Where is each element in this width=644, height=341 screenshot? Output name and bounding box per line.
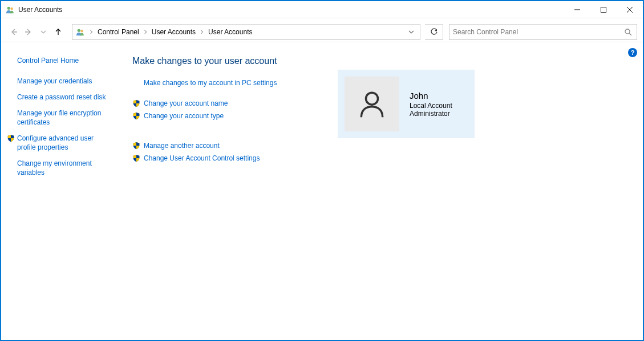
- sidebar-link-advanced-profile[interactable]: Configure advanced user profile properti…: [17, 134, 115, 152]
- chevron-right-icon: [87, 30, 95, 34]
- chevron-right-icon: [198, 30, 206, 34]
- shield-icon: [132, 142, 140, 150]
- pc-settings-link[interactable]: Make changes to my account in PC setting…: [132, 79, 326, 87]
- sidebar-link-credentials[interactable]: Manage your credentials: [17, 77, 115, 86]
- search-icon: [623, 28, 633, 36]
- user-name: John: [410, 91, 452, 101]
- sidebar-home-label: Control Panel Home: [17, 56, 79, 65]
- pc-settings-label: Make changes to my account in PC setting…: [144, 79, 277, 87]
- sidebar-link-label: Change my environment variables: [17, 159, 114, 177]
- sidebar-link-label: Manage your credentials: [17, 77, 92, 86]
- search-input[interactable]: [453, 28, 623, 36]
- action-label: Change your account name: [144, 99, 228, 107]
- sidebar-link-label: Configure advanced user profile properti…: [17, 134, 114, 152]
- minimize-button[interactable]: [564, 1, 590, 18]
- avatar: [345, 77, 399, 131]
- help-button[interactable]: ?: [628, 48, 637, 57]
- maximize-button[interactable]: [590, 1, 617, 18]
- titlebar: User Accounts: [1, 1, 643, 18]
- change-uac-link[interactable]: Change User Account Control settings: [132, 154, 326, 162]
- action-label: Manage another account: [144, 142, 220, 150]
- sidebar-link-encryption[interactable]: Manage your file encryption certificates: [17, 109, 115, 127]
- up-button[interactable]: [51, 25, 65, 39]
- back-button[interactable]: [7, 25, 21, 39]
- sidebar-link-label: Create a password reset disk: [17, 93, 106, 102]
- users-icon: [76, 27, 85, 37]
- shield-icon: [7, 134, 15, 142]
- user-card: John Local Account Administrator: [338, 70, 475, 138]
- shield-icon: [132, 154, 140, 162]
- user-role: Administrator: [410, 110, 452, 118]
- page-title: Make changes to your user account: [132, 56, 326, 66]
- change-account-name-link[interactable]: Change your account name: [132, 99, 326, 107]
- action-label: Change your account type: [144, 112, 224, 120]
- breadcrumb-item[interactable]: User Accounts: [149, 25, 198, 39]
- search-input-container[interactable]: [449, 24, 637, 40]
- breadcrumb-dropdown-button[interactable]: [403, 25, 420, 39]
- change-account-type-link[interactable]: Change your account type: [132, 112, 326, 120]
- refresh-button[interactable]: [425, 24, 443, 40]
- shield-icon: [132, 99, 140, 107]
- user-account-type: Local Account: [410, 102, 452, 110]
- chevron-right-icon: [141, 30, 149, 34]
- svg-point-4: [625, 29, 630, 34]
- sidebar-link-env-vars[interactable]: Change my environment variables: [17, 159, 115, 177]
- shield-icon: [132, 112, 140, 120]
- action-label: Change User Account Control settings: [144, 154, 260, 162]
- user-info: John Local Account Administrator: [410, 91, 452, 118]
- navbar: Control Panel User Accounts User Account…: [1, 22, 643, 42]
- window-title: User Accounts: [18, 6, 62, 14]
- sidebar: Control Panel Home Manage your credentia…: [1, 51, 121, 340]
- recent-dropdown-button[interactable]: [37, 25, 50, 39]
- breadcrumb-item[interactable]: Control Panel: [95, 25, 141, 39]
- breadcrumb[interactable]: Control Panel User Accounts User Account…: [72, 24, 420, 40]
- forward-button[interactable]: [22, 25, 35, 39]
- sidebar-link-password-reset[interactable]: Create a password reset disk: [17, 93, 115, 102]
- users-icon: [6, 5, 15, 14]
- main-panel: Make changes to your user account Make c…: [121, 51, 643, 340]
- sidebar-link-label: Manage your file encryption certificates: [17, 109, 114, 127]
- svg-rect-3: [601, 7, 606, 12]
- control-panel-home-link[interactable]: Control Panel Home: [17, 56, 115, 65]
- breadcrumb-item[interactable]: User Accounts: [206, 25, 254, 39]
- content-region: ? Control Panel Home Manage your credent…: [1, 46, 643, 340]
- close-button[interactable]: [617, 1, 643, 18]
- manage-another-account-link[interactable]: Manage another account: [132, 142, 326, 150]
